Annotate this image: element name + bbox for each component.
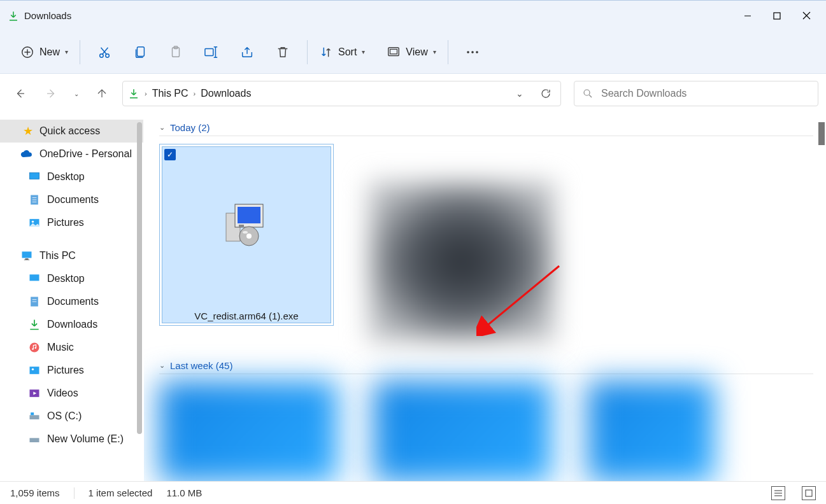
breadcrumb-downloads[interactable]: Downloads: [201, 88, 251, 99]
title-bar: Downloads: [0, 0, 826, 31]
svg-rect-1: [774, 13, 780, 19]
sidebar-label: Pictures: [47, 217, 84, 228]
maximize-button[interactable]: [762, 3, 792, 29]
sort-button-label: Sort: [338, 46, 357, 58]
address-dropdown-button[interactable]: ⌄: [516, 88, 523, 99]
sidebar-label: Desktop: [47, 171, 85, 183]
delete-button[interactable]: [265, 39, 301, 65]
toolbar: New ▾ Sort ▾ View ▾: [0, 31, 826, 74]
refresh-button[interactable]: [540, 88, 552, 99]
address-bar[interactable]: › This PC › Downloads ⌄: [122, 81, 561, 106]
sort-button[interactable]: Sort ▾: [314, 39, 370, 65]
thumbnails-view-button[interactable]: [802, 486, 816, 500]
chevron-down-icon: ▾: [362, 48, 365, 55]
share-button[interactable]: [229, 39, 265, 65]
file-name: VC_redist.arm64 (1).exe: [162, 308, 331, 323]
chevron-down-icon: ▾: [65, 48, 68, 55]
breadcrumb-this-pc[interactable]: This PC: [152, 88, 189, 99]
separator: [80, 40, 80, 64]
minimize-button[interactable]: [733, 3, 762, 29]
svg-point-26: [584, 90, 590, 95]
sidebar-item-drive-c[interactable]: OS (C:): [0, 405, 143, 428]
sidebar-item-documents-pc[interactable]: Documents: [0, 290, 143, 313]
svg-point-44: [32, 348, 34, 350]
sidebar-item-desktop[interactable]: Desktop: [0, 165, 143, 188]
chevron-right-icon[interactable]: ›: [145, 90, 147, 97]
svg-rect-37: [25, 258, 29, 260]
close-button[interactable]: [792, 3, 821, 29]
cut-button[interactable]: [87, 39, 122, 65]
svg-rect-46: [30, 367, 39, 374]
videos-icon: [28, 387, 41, 400]
sidebar-label: Quick access: [39, 125, 100, 137]
svg-rect-55: [238, 207, 260, 223]
separator: [307, 40, 308, 64]
chevron-down-icon: ⌄: [74, 90, 79, 97]
search-field[interactable]: [601, 88, 810, 99]
sidebar-item-drive-e[interactable]: New Volume (E:): [0, 428, 143, 451]
sidebar-item-videos[interactable]: Videos: [0, 382, 143, 405]
svg-rect-51: [31, 412, 34, 415]
sidebar-item-documents[interactable]: Documents: [0, 188, 143, 211]
pictures-icon: [28, 216, 41, 229]
recent-locations-button[interactable]: ⌄: [69, 81, 84, 106]
downloads-icon: [28, 318, 41, 331]
details-view-button[interactable]: [771, 486, 785, 500]
drive-icon: [28, 433, 41, 445]
sidebar-label: Music: [47, 342, 74, 353]
new-button[interactable]: New ▾: [15, 39, 73, 65]
svg-rect-28: [30, 172, 39, 179]
chevron-down-icon: ▾: [433, 48, 436, 55]
group-header-last-week[interactable]: ⌄ Last week (45): [159, 360, 813, 374]
rename-button[interactable]: [194, 39, 229, 65]
more-button[interactable]: [455, 39, 490, 65]
copy-button[interactable]: [122, 39, 158, 65]
search-input[interactable]: [574, 81, 818, 106]
sidebar-item-pictures-pc[interactable]: Pictures: [0, 359, 143, 382]
paste-button[interactable]: [158, 39, 194, 65]
chevron-right-icon[interactable]: ›: [194, 90, 196, 97]
sidebar-item-desktop-pc[interactable]: Desktop: [0, 267, 143, 290]
checkbox-checked-icon[interactable]: ✓: [164, 149, 176, 160]
documents-icon: [28, 193, 41, 206]
content-scrollbar[interactable]: [818, 122, 825, 145]
cloud-icon: [20, 150, 33, 158]
file-item-selected[interactable]: ✓ VC_redist.arm64 (1).exe: [159, 144, 334, 326]
forward-button[interactable]: [38, 81, 64, 106]
sidebar-label: Pictures: [47, 365, 84, 376]
svg-line-27: [589, 95, 592, 97]
group-header-today[interactable]: ⌄ Today (2): [159, 122, 813, 136]
sidebar-item-quick-access[interactable]: ★ Quick access: [0, 120, 143, 143]
back-button[interactable]: [8, 81, 33, 106]
desktop-icon: [28, 171, 41, 183]
downloads-title-icon: [8, 10, 19, 22]
group-label: Today (2): [170, 122, 210, 133]
installer-icon: [222, 200, 271, 249]
sidebar-item-pictures[interactable]: Pictures: [0, 211, 143, 234]
sidebar-item-music[interactable]: Music: [0, 336, 143, 359]
sidebar-label: Videos: [47, 388, 78, 399]
sidebar-item-this-pc[interactable]: This PC: [0, 244, 143, 267]
navigation-row: ⌄ › This PC › Downloads ⌄: [0, 74, 826, 113]
svg-rect-52: [30, 438, 39, 442]
sidebar-item-downloads[interactable]: Downloads: [0, 313, 143, 336]
file-item-redacted[interactable]: [159, 381, 338, 481]
sidebar-item-onedrive[interactable]: OneDrive - Personal: [0, 143, 143, 165]
svg-rect-36: [22, 251, 32, 258]
sidebar-label: Documents: [47, 296, 99, 307]
svg-rect-56: [239, 225, 244, 227]
view-button[interactable]: View ▾: [381, 39, 441, 65]
sidebar-scrollbar[interactable]: [137, 122, 142, 434]
up-button[interactable]: [89, 81, 115, 106]
content-pane: ⌄ Today (2) ✓: [144, 113, 826, 481]
view-button-label: View: [406, 46, 427, 58]
svg-rect-39: [30, 274, 39, 281]
svg-rect-11: [137, 46, 144, 56]
status-selection: 1 item selected: [89, 487, 153, 498]
file-item-redacted[interactable]: [373, 381, 552, 481]
file-item-redacted[interactable]: [587, 381, 715, 481]
file-item-redacted[interactable]: [369, 182, 554, 341]
pictures-icon: [28, 364, 41, 377]
sidebar-label: Downloads: [47, 319, 97, 330]
separator: [74, 487, 75, 499]
